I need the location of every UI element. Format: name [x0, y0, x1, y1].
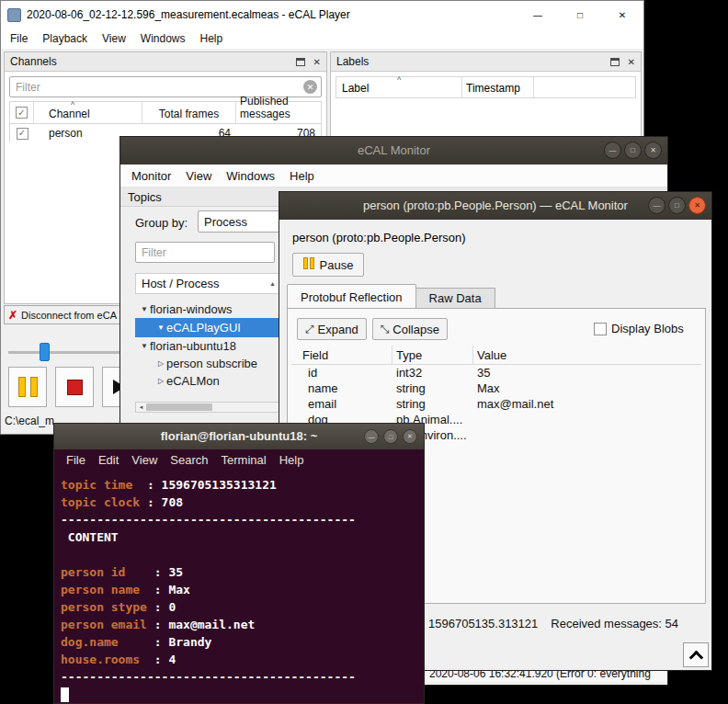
menu-item-windows[interactable]: Windows	[219, 169, 282, 183]
terminal-output[interactable]: topic time : 1596705135313121 topic cloc…	[54, 471, 424, 703]
close-panel-icon[interactable]: ✕	[628, 57, 635, 67]
column-header-value[interactable]: Value	[473, 346, 701, 364]
column-header-channel[interactable]: ^ Channel	[34, 102, 142, 123]
tab-raw-data[interactable]: Raw Data	[416, 288, 495, 309]
menu-item-view[interactable]: View	[95, 32, 133, 45]
minimize-button[interactable]: —	[648, 197, 665, 214]
tab-protobuf-reflection[interactable]: Protobuf Reflection	[287, 284, 416, 309]
float-panel-icon[interactable]	[610, 58, 620, 66]
close-button[interactable]: ✕	[644, 142, 662, 159]
menu-item-monitor[interactable]: Monitor	[124, 169, 178, 183]
column-header-total-frames[interactable]: Total frames	[142, 102, 236, 123]
table-row[interactable]: id int32 35	[291, 365, 701, 380]
expand-arrow-icon[interactable]: ▼	[155, 324, 166, 332]
display-blobs-label: Display Blobs	[611, 322, 684, 335]
slider-handle[interactable]	[40, 343, 50, 361]
labels-panel-header[interactable]: Labels ✕	[331, 52, 641, 72]
player-window-title: 2020-08-06_02-12-12.596_measurement.ecal…	[27, 8, 350, 21]
reflection-toolbar: ⤢ Expand ⤡ Collapse	[297, 318, 448, 340]
display-blobs-checkbox[interactable]	[594, 323, 607, 335]
disconnect-label: Disconnect from eCA	[21, 310, 117, 321]
table-row[interactable]: email string max@mail.net	[291, 396, 701, 412]
collapsed-arrow-icon[interactable]: ▷	[155, 377, 166, 385]
maximize-button[interactable]: □	[383, 429, 398, 444]
status-received-messages: Received messages: 54	[551, 617, 678, 630]
menu-item-help[interactable]: Help	[193, 32, 231, 45]
menu-item-file[interactable]: File	[3, 32, 35, 45]
monitor-titlebar[interactable]: eCAL Monitor — □ ✕	[120, 137, 667, 165]
terminal-menubar: File Edit View Search Terminal Help	[54, 449, 424, 471]
terminal-menu-file[interactable]: File	[60, 453, 92, 467]
monitor-caption-buttons: — □ ✕	[604, 142, 662, 159]
minimize-button[interactable]: —	[364, 429, 379, 444]
labels-panel-title: Labels	[336, 55, 610, 68]
float-panel-icon[interactable]	[296, 58, 305, 66]
desktop: 2020-08-06_02-12-12.596_measurement.ecal…	[0, 0, 728, 704]
close-button[interactable]: ✕	[601, 1, 643, 28]
terminal-menu-help[interactable]: Help	[273, 453, 311, 467]
maximize-button[interactable]: □	[559, 1, 601, 28]
player-menubar: File Playback View Windows Help	[1, 28, 643, 49]
maximize-button[interactable]: □	[624, 142, 642, 159]
collapsed-arrow-icon[interactable]: ▷	[155, 359, 166, 368]
menu-item-help[interactable]: Help	[282, 169, 322, 183]
collapse-icon: ⤡	[381, 323, 390, 335]
disconnect-x-icon: ✗	[8, 309, 17, 322]
labels-table-header: ^ Label Timestamp	[336, 76, 636, 98]
channels-panel-title: Channels	[10, 55, 296, 68]
reflection-table-header: Field Type Value	[291, 346, 701, 365]
channel-checkbox[interactable]: ✓	[17, 128, 28, 140]
column-header-label[interactable]: ^ Label	[336, 77, 462, 97]
group-by-label: Group by:	[135, 216, 188, 230]
person-titlebar[interactable]: person (proto:pb.People.Person) — eCAL M…	[279, 192, 711, 220]
column-header-type[interactable]: Type	[392, 346, 473, 364]
close-button[interactable]: ✕	[403, 429, 417, 444]
menu-item-windows[interactable]: Windows	[133, 32, 193, 45]
column-header-published-messages[interactable]: Published messages	[236, 102, 321, 123]
column-header-field[interactable]: Field	[291, 346, 392, 364]
minimize-button[interactable]: —	[517, 1, 559, 28]
player-titlebar[interactable]: 2020-08-06_02-12-12.596_measurement.ecal…	[1, 1, 643, 28]
table-row[interactable]: name string Max	[291, 380, 701, 396]
menu-item-view[interactable]: View	[178, 169, 219, 183]
close-panel-icon[interactable]: ✕	[313, 57, 321, 67]
channels-table-header[interactable]: ✓ ^ Channel Total frames Published messa…	[10, 102, 321, 124]
monitor-filter-input[interactable]	[135, 242, 275, 263]
menu-item-playback[interactable]: Playback	[35, 32, 95, 45]
scroll-top-button[interactable]	[683, 642, 709, 667]
pause-button[interactable]: Pause	[292, 253, 364, 277]
topic-heading: person (proto:pb.People.Person)	[292, 231, 466, 244]
column-header-timestamp[interactable]: Timestamp	[462, 77, 534, 97]
scroll-left-icon[interactable]: ◂	[136, 403, 146, 411]
terminal-menu-view[interactable]: View	[125, 453, 164, 467]
expand-arrow-icon[interactable]: ▼	[139, 342, 150, 350]
terminal-window: florian@florian-ubuntu18: ~ — □ ✕ File E…	[53, 423, 425, 704]
scrollbar-handle[interactable]	[146, 403, 212, 411]
channels-panel-header[interactable]: Channels ✕	[5, 52, 326, 72]
sort-ascending-icon: ^	[71, 101, 74, 109]
person-caption-buttons: — □ ✕	[648, 197, 706, 214]
person-window-title: person (proto:pb.People.Person) — eCAL M…	[279, 192, 711, 220]
clear-filter-icon[interactable]: ✕	[303, 80, 317, 94]
pause-button[interactable]	[8, 367, 47, 407]
terminal-menu-search[interactable]: Search	[164, 453, 214, 467]
select-all-checkbox[interactable]: ✓	[16, 107, 28, 119]
minimize-button[interactable]: —	[604, 142, 621, 159]
player-caption-buttons: — □ ✕	[517, 1, 643, 28]
collapse-button[interactable]: ⤡ Collapse	[372, 318, 448, 340]
terminal-titlebar[interactable]: florian@florian-ubuntu18: ~ — □ ✕	[54, 424, 424, 449]
terminal-menu-edit[interactable]: Edit	[92, 453, 125, 467]
sort-ascending-icon: ^	[397, 76, 401, 85]
expand-button[interactable]: ⤢ Expand	[297, 318, 367, 340]
stop-button[interactable]	[55, 367, 94, 407]
expand-arrow-icon[interactable]: ▼	[139, 305, 150, 313]
maximize-button[interactable]: □	[668, 197, 686, 214]
terminal-caption-buttons: — □ ✕	[364, 429, 417, 444]
terminal-menu-terminal[interactable]: Terminal	[215, 453, 273, 467]
terminal-cursor	[61, 687, 69, 702]
app-icon	[7, 8, 21, 22]
sort-indicator-icon: ▴	[271, 279, 275, 288]
pause-label: Pause	[320, 258, 354, 272]
close-button[interactable]: ✕	[688, 197, 706, 214]
horizontal-scrollbar[interactable]: ◂	[135, 402, 293, 413]
